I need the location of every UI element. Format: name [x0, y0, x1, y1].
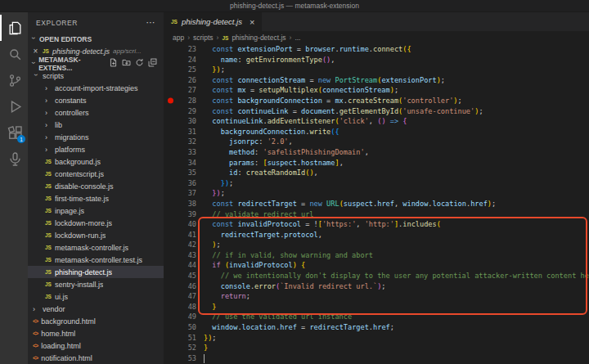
tree-item-ui.js[interactable]: JSui.js: [28, 290, 164, 303]
code-text[interactable]: const connectionStream = new PortStream(…: [196, 75, 445, 86]
tree-item-first-time-state.js[interactable]: JSfirst-time-state.js: [28, 192, 164, 204]
tree-item-sentry-install.js[interactable]: JSsentry-install.js: [28, 278, 164, 290]
open-editors-header[interactable]: › OPEN EDITORS: [28, 33, 164, 45]
line-number[interactable]: 50: [164, 322, 196, 333]
tree-item-platforms[interactable]: ›platforms: [28, 143, 164, 155]
microphone-icon[interactable]: [0, 146, 28, 172]
collapse-all-icon[interactable]: [148, 58, 157, 69]
new-folder-icon[interactable]: [122, 58, 131, 69]
code-text[interactable]: // if in valid, show warning and abort: [196, 250, 373, 261]
tree-item-lockdown-more.js[interactable]: JSlockdown-more.js: [28, 217, 164, 229]
breadcrumb-item[interactable]: phishing-detect.js: [232, 34, 286, 42]
line-number[interactable]: 40: [164, 219, 196, 230]
new-file-icon[interactable]: [109, 58, 118, 69]
line-number[interactable]: 52: [164, 343, 196, 353]
tree-item-scripts[interactable]: ›scripts: [28, 70, 164, 82]
code-editor[interactable]: 23 const extensionPort = browser.runtime…: [164, 44, 589, 364]
code-text[interactable]: [196, 353, 205, 364]
code-text[interactable]: backgroundConnection.write({: [196, 127, 339, 137]
line-number[interactable]: 41: [164, 230, 196, 240]
workspace-header[interactable]: › METAMASK-EXTENS...: [28, 57, 164, 70]
line-number[interactable]: 32: [164, 137, 196, 147]
breadcrumb-item[interactable]: ...: [294, 34, 300, 42]
code-text[interactable]: redirectTarget.protocol,: [196, 230, 322, 240]
tree-item-contentscript.js[interactable]: JScontentscript.js: [28, 168, 164, 180]
tree-item-account-import-strategies[interactable]: ›account-import-strategies: [28, 82, 164, 94]
code-text[interactable]: const redirectTarget = new URL(suspect.h…: [196, 199, 496, 209]
tree-item-lockdown-run.js[interactable]: JSlockdown-run.js: [28, 229, 164, 241]
tab-phishing-detect[interactable]: JS phishing-detect.js ×: [164, 12, 263, 31]
code-text[interactable]: });: [196, 178, 233, 189]
refresh-icon[interactable]: [135, 58, 144, 69]
line-number[interactable]: 48: [164, 302, 196, 312]
line-number[interactable]: 35: [164, 168, 196, 178]
line-number[interactable]: 51: [164, 333, 196, 344]
line-number[interactable]: 46: [164, 281, 196, 292]
close-icon[interactable]: ×: [32, 47, 39, 56]
tree-item-inpage.js[interactable]: JSinpage.js: [28, 204, 164, 217]
line-number[interactable]: 38: [164, 199, 196, 209]
tree-item-notification.html[interactable]: <>notification.html: [28, 352, 164, 364]
line-number[interactable]: 27: [164, 85, 196, 96]
tree-item-metamask-controller.test.js[interactable]: JSmetamask-controller.test.js: [28, 254, 164, 266]
code-text[interactable]: return;: [196, 291, 250, 302]
code-text[interactable]: const continueLink = document.getElement…: [196, 106, 483, 117]
line-number[interactable]: 43: [164, 250, 196, 261]
code-text[interactable]: });: [196, 333, 217, 344]
extensions-icon[interactable]: 1: [0, 119, 28, 146]
line-number[interactable]: 44: [164, 260, 196, 271]
line-number[interactable]: 23: [164, 44, 196, 55]
code-text[interactable]: const mx = setupMultiplex(connectionStre…: [196, 85, 398, 96]
tree-item-background.html[interactable]: <>background.html: [28, 315, 164, 327]
breadcrumb-item[interactable]: scripts: [193, 34, 214, 42]
tree-item-phishing-detect.js[interactable]: JSphishing-detect.js: [28, 266, 164, 278]
debug-icon[interactable]: [0, 93, 28, 119]
breakpoint-icon[interactable]: [168, 98, 173, 104]
close-icon[interactable]: ×: [250, 17, 254, 27]
tree-item-metamask-controller.js[interactable]: JSmetamask-controller.js: [28, 241, 164, 254]
code-text[interactable]: const backgroundConnection = mx.createSt…: [196, 96, 462, 106]
line-number[interactable]: 30: [164, 116, 196, 127]
code-text[interactable]: }: [196, 343, 208, 353]
code-text[interactable]: });: [196, 188, 225, 199]
tree-item-home.html[interactable]: <>home.html: [28, 327, 164, 339]
code-text[interactable]: const extensionPort = browser.runtime.co…: [196, 44, 411, 55]
code-text[interactable]: method: 'safelistPhishingDomain',: [196, 147, 369, 158]
code-text[interactable]: jsonrpc: '2.0',: [196, 137, 293, 147]
line-number[interactable]: 24: [164, 55, 196, 65]
line-number[interactable]: 25: [164, 65, 196, 75]
line-number[interactable]: 39: [164, 209, 196, 220]
tree-item-disable-console.js[interactable]: JSdisable-console.js: [28, 180, 164, 192]
code-text[interactable]: // we intentionally don't display to the…: [196, 271, 589, 281]
code-text[interactable]: id: createRandomId(),: [196, 168, 318, 178]
breadcrumb-item[interactable]: app: [173, 34, 184, 42]
code-text[interactable]: if (invalidProtocol) {: [196, 260, 305, 271]
code-text[interactable]: // use the validated url instance: [196, 312, 352, 322]
tree-item-lib[interactable]: ›lib: [28, 119, 164, 131]
explorer-icon[interactable]: [0, 15, 28, 41]
code-text[interactable]: console.error(`Invalid redirect url.`);: [196, 281, 386, 292]
line-number[interactable]: 47: [164, 291, 196, 302]
search-icon[interactable]: [0, 41, 28, 67]
line-number[interactable]: 49: [164, 312, 196, 322]
tree-item-vendor[interactable]: ›vendor: [28, 303, 164, 315]
line-number[interactable]: 45: [164, 271, 196, 281]
tree-item-background.js[interactable]: JSbackground.js: [28, 155, 164, 168]
source-control-icon[interactable]: [0, 67, 28, 93]
line-number[interactable]: 53: [164, 353, 196, 364]
tree-item-controllers[interactable]: ›controllers: [28, 106, 164, 119]
line-number[interactable]: 42: [164, 240, 196, 250]
code-text[interactable]: // validate redirect url: [196, 209, 314, 220]
line-number[interactable]: 34: [164, 158, 196, 169]
code-text[interactable]: );: [196, 240, 221, 250]
code-text[interactable]: window.location.href = redirectTarget.hr…: [196, 322, 394, 333]
code-text[interactable]: }: [196, 302, 217, 312]
tree-item-migrations[interactable]: ›migrations: [28, 131, 164, 143]
code-text[interactable]: name: getEnvironmentType(),: [196, 55, 335, 65]
line-number[interactable]: 28: [164, 96, 196, 106]
tree-item-constants[interactable]: ›constants: [28, 94, 164, 106]
code-text[interactable]: const invalidProtocol = !['https:', 'htt…: [196, 219, 441, 230]
code-text[interactable]: });: [196, 65, 225, 75]
code-text[interactable]: continueLink.addEventListener('click', (…: [196, 116, 407, 127]
line-number[interactable]: 31: [164, 127, 196, 137]
